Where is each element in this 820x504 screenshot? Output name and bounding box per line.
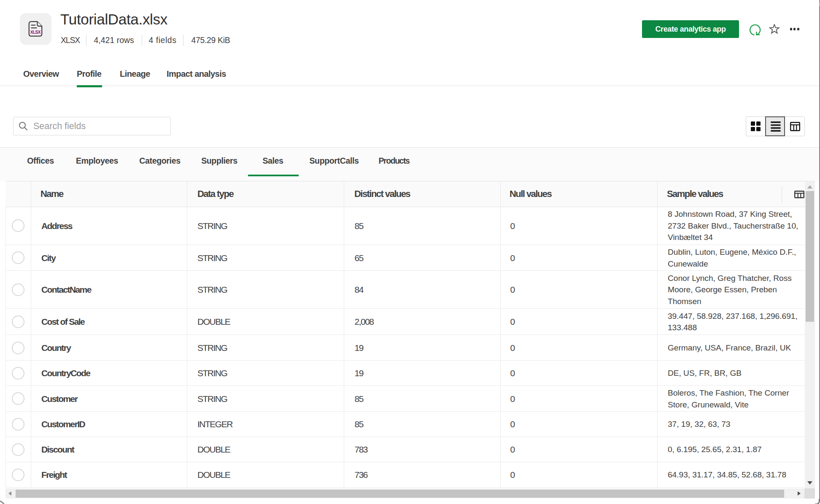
svg-text:XLSX: XLSX [30, 30, 41, 35]
